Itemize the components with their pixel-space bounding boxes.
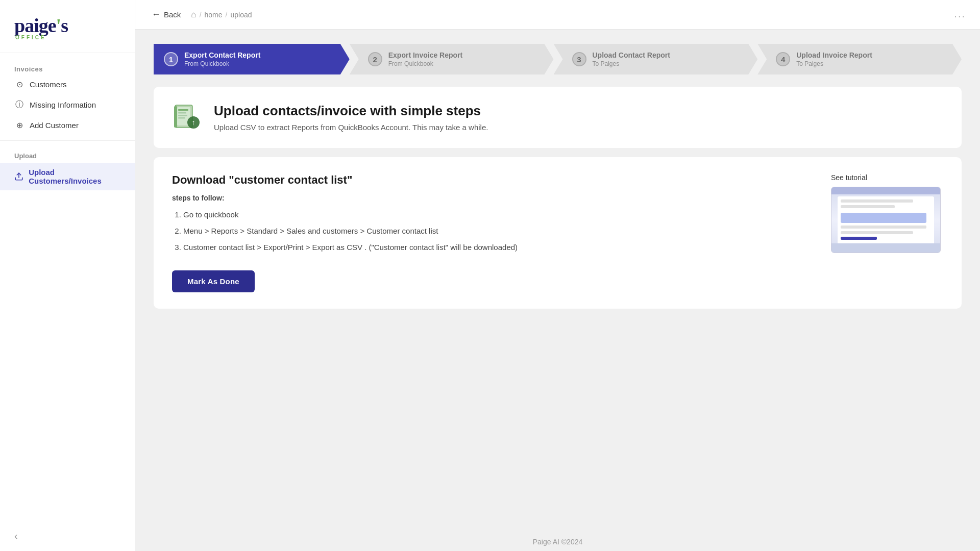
- top-right-menu[interactable]: ···: [954, 10, 966, 22]
- sidebar-item-missing-information[interactable]: ⓘ Missing Information: [0, 94, 135, 115]
- nav-section-invoices: Invoices ⊙ Customers ⓘ Missing Informati…: [0, 53, 135, 190]
- sidebar-item-upload-label: Upload Customers/Invoices: [29, 168, 120, 185]
- upload-icon: [14, 171, 23, 182]
- step-1: 1 Export Contact Report From Quickbook: [154, 44, 350, 74]
- download-step-2: Menu > Reports > Standard > Sales and cu…: [183, 223, 811, 239]
- steps-follow-label: steps to follow:: [172, 194, 811, 202]
- logo-area: paige's OFFICE: [0, 0, 135, 53]
- svg-rect-4: [178, 109, 188, 111]
- step-3-sub: To Paiges: [593, 60, 670, 67]
- topbar: ← Back ⌂ / home / upload: [135, 0, 980, 30]
- tutorial-thumbnail[interactable]: [831, 187, 941, 253]
- steps-content: Download "customer contact list" steps t…: [172, 173, 811, 292]
- step-2-sub: From Quickbook: [388, 60, 462, 67]
- step-1-sub: From Quickbook: [184, 60, 260, 67]
- breadcrumb-sep-2: /: [226, 11, 228, 19]
- step-3-title: Upload Contact Report: [593, 51, 670, 59]
- step-4-title: Upload Invoice Report: [796, 51, 872, 59]
- step-3: 3 Upload Contact Report To Paiges: [554, 44, 758, 74]
- step-4: 4 Upload Invoice Report To Paiges: [757, 44, 962, 74]
- breadcrumb-upload: upload: [230, 11, 252, 19]
- svg-text:↑: ↑: [192, 118, 195, 127]
- tutorial-area: See tutorial: [831, 173, 943, 253]
- back-button[interactable]: ← Back: [152, 9, 181, 20]
- home-icon[interactable]: ⌂: [191, 10, 196, 20]
- breadcrumb-sep-1: /: [200, 11, 202, 19]
- nav-section-label-upload: Upload: [0, 146, 135, 163]
- logo-office: OFFICE: [15, 35, 120, 40]
- step-4-sub: To Paiges: [796, 60, 872, 67]
- step-2-title: Export Invoice Report: [388, 51, 462, 59]
- step-2: 2 Export Invoice Report From Quickbook: [350, 44, 554, 74]
- dollar-circle-icon: ⊙: [14, 79, 24, 89]
- upload-card-title: Upload contacts/invoice with simple step…: [214, 103, 488, 119]
- sidebar: paige's OFFICE Invoices ⊙ Customers ⓘ Mi…: [0, 0, 135, 551]
- logo: paige's OFFICE: [14, 14, 120, 40]
- breadcrumb: ⌂ / home / upload: [191, 10, 252, 20]
- back-label: Back: [164, 10, 181, 19]
- svg-rect-5: [178, 112, 186, 114]
- footer-text: Paige AI ©2024: [533, 538, 583, 546]
- svg-rect-3: [174, 106, 177, 128]
- main-content: ← Back ⌂ / home / upload 1 Export Contac…: [135, 0, 980, 551]
- sidebar-item-missing-label: Missing Information: [30, 101, 96, 109]
- steps-list: Go to quickbook Menu > Reports > Standar…: [172, 207, 811, 255]
- footer: Paige AI ©2024: [135, 529, 980, 551]
- step-4-num: 4: [776, 52, 790, 66]
- sidebar-item-customers[interactable]: ⊙ Customers: [0, 74, 135, 94]
- info-circle-icon: ⓘ: [14, 99, 24, 110]
- sidebar-item-add-customer-label: Add Customer: [30, 121, 79, 130]
- upload-book-icon: ↑: [170, 101, 203, 134]
- download-step-1: Go to quickbook: [183, 207, 811, 222]
- back-arrow-icon: ←: [152, 9, 161, 20]
- upload-info-card: ↑ Upload contacts/invoice with simple st…: [154, 87, 962, 148]
- page-content: 1 Export Contact Report From Quickbook 2…: [135, 30, 980, 529]
- sidebar-item-add-customer[interactable]: ⊕ Add Customer: [0, 115, 135, 135]
- mark-as-done-button[interactable]: Mark As Done: [172, 270, 255, 292]
- see-tutorial-label: See tutorial: [831, 173, 867, 182]
- svg-rect-7: [178, 117, 185, 119]
- download-step-3: Customer contact list > Export/Print > E…: [183, 240, 811, 255]
- sidebar-collapse-button[interactable]: ‹: [0, 521, 135, 551]
- svg-rect-6: [178, 115, 187, 116]
- step-1-title: Export Contact Report: [184, 51, 260, 59]
- nav-group-label-invoices: Invoices: [0, 62, 135, 74]
- plus-circle-icon: ⊕: [14, 120, 24, 130]
- sidebar-item-customers-label: Customers: [30, 80, 67, 89]
- steps-bar: 1 Export Contact Report From Quickbook 2…: [154, 44, 962, 74]
- step-1-num: 1: [164, 52, 178, 66]
- upload-card-desc: Upload CSV to extract Reports from Quick…: [214, 123, 488, 132]
- download-steps-card: Download "customer contact list" steps t…: [154, 157, 962, 309]
- step-3-num: 3: [572, 52, 586, 66]
- download-card-title: Download "customer contact list": [172, 173, 811, 187]
- sidebar-item-upload-customers[interactable]: Upload Customers/Invoices: [0, 163, 135, 190]
- breadcrumb-home: home: [205, 11, 223, 19]
- step-2-num: 2: [368, 52, 382, 66]
